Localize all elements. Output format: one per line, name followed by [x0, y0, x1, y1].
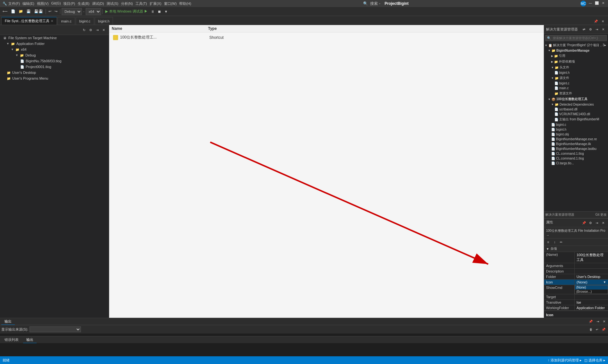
menu-tools[interactable]: 工具(T): [135, 1, 147, 6]
menu-view[interactable]: 视图(V): [37, 1, 49, 6]
panel-close-x[interactable]: ✕: [101, 26, 106, 33]
sol-bigint-manage[interactable]: ▼ 📁 BigintNumberManage: [544, 48, 608, 53]
sol-resource[interactable]: 📁 资源文件: [544, 91, 608, 96]
debug-config-dropdown[interactable]: Debug: [62, 8, 82, 15]
tab-bigintc[interactable]: bigint.c: [76, 17, 94, 25]
sol-bigintobj[interactable]: 📄 bigint.obj: [544, 132, 608, 137]
panel-settings-button[interactable]: ⚙: [88, 26, 93, 33]
sol-bigintc-2[interactable]: 📄 bigint.c: [544, 122, 608, 127]
menu-help[interactable]: 帮助(H): [179, 1, 191, 6]
run-button[interactable]: ▶ 本地 Windows 调试器 ▶: [104, 8, 149, 15]
tab-output[interactable]: 输出: [1, 318, 15, 325]
tab-output-2[interactable]: 输出: [23, 337, 37, 343]
prop-categorized-button[interactable]: ≡: [545, 239, 551, 245]
clear-button[interactable]: 🗑: [588, 326, 594, 333]
sol-biginth[interactable]: 📄 bigint.h: [544, 70, 608, 75]
sol-biginth-2[interactable]: 📄 bigint.h: [544, 127, 608, 132]
stop-button[interactable]: ⏹: [156, 8, 162, 15]
refresh-button[interactable]: ↻: [82, 26, 87, 33]
tab-mainc[interactable]: main.c: [57, 17, 75, 25]
sol-close-button[interactable]: ✕: [600, 26, 606, 32]
menu-window[interactable]: 窗口(W): [164, 1, 177, 6]
dropdown-arrow-icon[interactable]: ▼: [603, 281, 606, 284]
more-button[interactable]: ▼: [163, 8, 169, 15]
tab-filesystem-close[interactable]: ✕: [51, 19, 53, 23]
panel-close-button[interactable]: ✕: [600, 18, 605, 25]
sol-root[interactable]: ▼ 📋 解决方案 'ProjectBigint' (2个项目，3▸: [544, 42, 608, 48]
back-button[interactable]: ⟵: [1, 8, 9, 15]
sol-bigintc[interactable]: 📄 bigint.c: [544, 81, 608, 86]
file-row-shortcut[interactable]: ⚡ 100位长整数处理工... Shortcut: [110, 34, 543, 41]
menu-project[interactable]: 项目(P): [63, 1, 75, 6]
prop-wf-value[interactable]: Application Folder: [575, 305, 608, 310]
open-button[interactable]: 📁: [17, 8, 24, 15]
tree-bigintnu-tlog[interactable]: 📄 BigintNu.75b06f33.tlog: [0, 58, 109, 64]
sol-ref[interactable]: ▶ 📁 引用: [544, 53, 608, 59]
prop-name-value[interactable]: 100位长整数处理工具: [575, 252, 608, 263]
undo-button[interactable]: ↩: [47, 8, 53, 15]
menu-edit[interactable]: 编辑(E): [22, 1, 34, 6]
bottom-float-button[interactable]: ⇥: [595, 318, 600, 325]
sol-sync-button[interactable]: ⇄: [581, 26, 587, 32]
menu-extensions[interactable]: 扩展(X): [150, 1, 161, 6]
menu-analyze[interactable]: 分析(N): [121, 1, 133, 6]
sol-vcruntime[interactable]: 📄 VCRUNTIME140D.dll: [544, 112, 608, 117]
new-file-button[interactable]: 📄: [10, 8, 17, 15]
menu-file[interactable]: 文件(F): [8, 1, 20, 6]
tab-error-list[interactable]: 错误列表: [1, 337, 22, 343]
prop-icon-value[interactable]: (None) ▼: [575, 280, 608, 285]
tree-debug[interactable]: ▼ 📁 Debug: [0, 52, 109, 58]
bottom-close-button[interactable]: ✕: [602, 318, 607, 325]
panel-float-button[interactable]: ⇥: [95, 26, 100, 33]
menu-test[interactable]: 测试(S): [107, 1, 118, 6]
tree-x64[interactable]: ▼ 📁 x64: [0, 47, 109, 52]
prop-showcmd-value[interactable]: (None) (Browse...): [575, 285, 608, 294]
minimize-button[interactable]: —: [588, 1, 593, 5]
sol-float-button[interactable]: ⇥: [594, 26, 600, 32]
redo-button[interactable]: ↪: [53, 8, 59, 15]
prop-transitive-value[interactable]: lse: [575, 300, 608, 305]
menu-git[interactable]: Git(G): [51, 1, 61, 6]
prop-target-value[interactable]: [575, 294, 608, 299]
pin-bottom-button[interactable]: 📌: [600, 326, 607, 333]
sol-lastbu[interactable]: 📄 BigintNumberManage.lastbu: [544, 146, 608, 151]
prop-desc-value[interactable]: [575, 269, 608, 274]
add-to-source-control[interactable]: ↑ 添加到源代码管理 ▸: [548, 358, 582, 363]
prop-edit-button[interactable]: ✏: [558, 239, 564, 245]
tree-users-desktop[interactable]: 📁 User's Desktop: [0, 70, 109, 75]
prop-settings-button[interactable]: ⚙: [587, 220, 593, 226]
sol-main-output[interactable]: 📄 主输出 from BigintNumberM: [544, 117, 608, 122]
prop-folder-value[interactable]: User's Desktop: [575, 274, 608, 279]
prop-close-button[interactable]: ✕: [600, 220, 606, 226]
search-icon[interactable]: 🔍: [363, 1, 368, 6]
bottom-pin-button[interactable]: 📌: [587, 318, 594, 325]
platform-dropdown[interactable]: x64: [86, 8, 101, 15]
sol-exe-re[interactable]: 📄 BigintNumberManage.exe.re: [544, 137, 608, 142]
prop-float-button[interactable]: ⇥: [594, 220, 600, 226]
sol-cl-cmd-1[interactable]: 📄 CL.command.1.tlog: [544, 151, 608, 156]
tab-filesystem[interactable]: File Syst...位长整数处理工具 ✕: [1, 17, 57, 25]
sol-external-deps[interactable]: ▶ 📁 外部依赖项: [544, 59, 608, 65]
select-repo[interactable]: ◫ 选择仓库 ▸: [584, 358, 605, 363]
tree-project0001-tlog[interactable]: 📄 Project0001.tlog: [0, 64, 109, 70]
sol-cl-cmd-2[interactable]: 📄 CL.command.1.tlog: [544, 156, 608, 161]
sol-git-divider[interactable]: 解决方案资源管理器 Git 更改: [544, 211, 608, 218]
tab-biginth[interactable]: bigint.h: [95, 17, 113, 25]
panel-pin-button[interactable]: 📌: [593, 18, 599, 25]
sol-100bit-tool[interactable]: ▼ 📦 100位长整数处理工具: [544, 96, 608, 102]
sol-detected-deps[interactable]: ▼ 📁 Detected Dependencies: [544, 102, 608, 107]
tree-application-folder[interactable]: ▼ 📁 Application Folder: [0, 41, 109, 47]
prop-pin-button[interactable]: 📌: [581, 220, 587, 226]
sol-mainc[interactable]: 📄 main.c: [544, 86, 608, 91]
dropdown-none-selected[interactable]: (None): [575, 285, 608, 290]
sol-headers[interactable]: ▼ 📁 头文件: [544, 65, 608, 70]
restore-button[interactable]: ⬜: [595, 1, 599, 5]
pause-button[interactable]: ⏸: [150, 8, 156, 15]
sol-ilk[interactable]: 📄 BigintNumberManage.ilk: [544, 142, 608, 146]
source-dropdown[interactable]: [30, 326, 81, 332]
tree-users-programs-menu[interactable]: 📁 User's Programs Menu: [0, 75, 109, 81]
solution-search-input[interactable]: [552, 36, 605, 40]
menu-build[interactable]: 生成(B): [78, 1, 90, 6]
tree-root[interactable]: 🖥 File System on Target Machine: [0, 35, 109, 41]
dropdown-browse-option[interactable]: (Browse...): [575, 290, 608, 294]
